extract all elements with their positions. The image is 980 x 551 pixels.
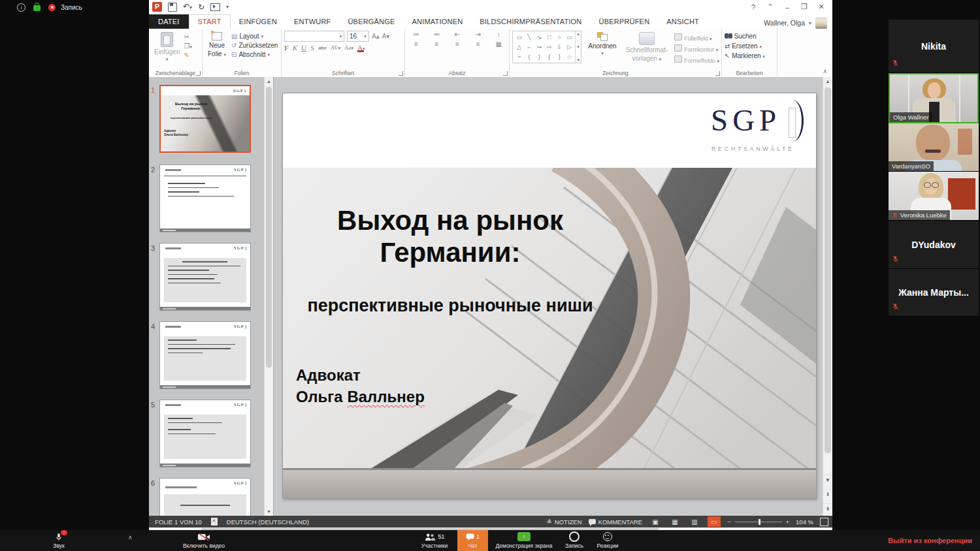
align-center-icon[interactable]: ≡: [429, 40, 446, 48]
shape-outline-button[interactable]: Formkontur ▾: [674, 44, 719, 53]
change-case-button[interactable]: Aa▾: [344, 44, 353, 51]
paste-button[interactable]: Einfügen ▾: [152, 31, 182, 63]
shape-effects-button[interactable]: Formeffekte ▾: [674, 55, 719, 64]
zoom-knob[interactable]: [759, 519, 760, 525]
redo-icon[interactable]: ↻: [198, 3, 204, 12]
bold-button[interactable]: F: [284, 44, 289, 52]
section-button[interactable]: ⊟Abschnitt▾: [231, 51, 278, 58]
select-button[interactable]: ↖ Markieren ▾: [725, 52, 775, 59]
normal-view-button[interactable]: ▣: [649, 516, 662, 527]
tab-ueberpruefen[interactable]: ÜBERPRÜFEN: [591, 15, 659, 29]
cut-icon[interactable]: ✂: [184, 33, 191, 40]
tab-einfuegen[interactable]: EINFÜGEN: [231, 15, 286, 29]
record-button[interactable]: Запись: [559, 530, 589, 551]
account-menu[interactable]: Wallner, Olga ▾: [764, 17, 832, 29]
tab-datei[interactable]: DATEI: [149, 14, 189, 29]
slideshow-view-button[interactable]: ▭: [708, 516, 721, 527]
font-dialog-launcher[interactable]: [399, 71, 403, 76]
character-spacing-button[interactable]: AV▾: [331, 44, 340, 51]
font-name-combobox[interactable]: ▾: [284, 31, 344, 42]
font-color-button[interactable]: A▾: [357, 44, 365, 52]
shrink-font-icon[interactable]: A▾: [382, 33, 390, 40]
layout-button[interactable]: ▤Layout▾: [231, 33, 278, 40]
reading-view-button[interactable]: ▥: [688, 516, 701, 527]
arrange-button[interactable]: Anordnen ▾: [585, 31, 619, 57]
powerpoint-app-icon[interactable]: P: [152, 2, 162, 12]
thumbnail-slide-6[interactable]: 6 SGP: [149, 478, 264, 516]
start-video-button[interactable]: Включить видео: [155, 530, 253, 551]
thumbnail-scrollbar[interactable]: ▲ ▼: [264, 77, 273, 516]
decrease-indent-icon[interactable]: ⇤: [449, 31, 466, 38]
shapes-gallery[interactable]: ▭╲↘□○▭ △⌐↪⇨⇩▷ ~(){}☆ ▲▼▼: [512, 31, 581, 63]
share-screen-button[interactable]: ↑ Демонстрация экрана: [489, 530, 559, 551]
close-button[interactable]: ✕: [813, 1, 830, 13]
thumbnail-slide-1[interactable]: 1 SGP Выход на рынокГермании: перспектив…: [149, 85, 264, 155]
zoom-track[interactable]: [735, 522, 782, 522]
align-left-icon[interactable]: ≡: [408, 40, 425, 48]
line-spacing-icon[interactable]: ↕: [490, 31, 507, 38]
italic-button[interactable]: K: [293, 44, 297, 52]
scrollbar-thumb[interactable]: [266, 87, 272, 368]
chat-button[interactable]: 1 Чат: [457, 530, 488, 551]
font-size-combobox[interactable]: 16▾: [347, 31, 369, 42]
scroll-up-icon[interactable]: ▲: [265, 77, 273, 86]
zoom-percentage[interactable]: 104 %: [796, 518, 813, 526]
paragraph-dialog-launcher[interactable]: [503, 71, 508, 76]
collapse-ribbon-icon[interactable]: ∧: [823, 68, 827, 74]
underline-button[interactable]: U: [301, 44, 306, 52]
drawing-dialog-launcher[interactable]: [715, 71, 720, 76]
tab-ansicht[interactable]: ANSICHT: [658, 15, 708, 29]
next-slide-button[interactable]: ⇟: [823, 503, 832, 514]
participants-button[interactable]: 51 Участники: [413, 530, 456, 551]
participant-tile-veronika-luebke[interactable]: Veronika Luebke: [889, 172, 979, 221]
thumbnail-slide-3[interactable]: 3 SGP: [149, 243, 264, 311]
zoom-in-icon[interactable]: +: [786, 518, 790, 526]
scroll-up-icon[interactable]: ▲: [823, 77, 832, 86]
find-button[interactable]: Suchen: [725, 33, 775, 40]
slide-canvas[interactable]: SGP RECHTSANWÄLTE: [282, 93, 817, 499]
scroll-down-icon[interactable]: ▼: [265, 507, 273, 516]
new-slide-button[interactable]: ★ Neue Folie ▾: [205, 31, 229, 59]
align-right-icon[interactable]: ≡: [449, 40, 466, 48]
previous-slide-button[interactable]: ⇞: [823, 489, 832, 500]
tab-entwurf[interactable]: ENTWURF: [286, 15, 339, 29]
slide-sorter-view-button[interactable]: ▦: [668, 516, 681, 527]
bullets-icon[interactable]: ≔: [408, 31, 425, 38]
zoom-out-icon[interactable]: −: [727, 518, 731, 526]
participant-tile-olga-wallner[interactable]: Olga Wallner: [889, 73, 979, 123]
save-icon[interactable]: [168, 3, 177, 12]
participant-tile-dyudakov[interactable]: DYudakov: [889, 221, 979, 269]
zoom-slider[interactable]: − +: [727, 518, 789, 526]
grow-font-icon[interactable]: A▴: [372, 33, 380, 40]
columns-icon[interactable]: ▦: [490, 40, 507, 48]
audio-button[interactable]: ! Звук: [41, 530, 77, 551]
shape-fill-button[interactable]: Fülleffekt ▾: [674, 33, 719, 42]
language-indicator[interactable]: DEUTSCH (DEUTSCHLAND): [227, 518, 309, 526]
leave-meeting-button[interactable]: Выйти из конференции: [888, 530, 972, 551]
fit-to-window-icon[interactable]: [820, 518, 828, 526]
undo-icon[interactable]: ↶▾: [183, 2, 192, 12]
scrollbar-thumb[interactable]: [825, 87, 831, 453]
thumbnail-slide-2[interactable]: 2 SGP: [149, 165, 264, 232]
tab-uebergaenge[interactable]: ÜBERGÄNGE: [339, 15, 403, 29]
thumbnail-slide-4[interactable]: 4 SGP: [149, 321, 264, 389]
meeting-info-icon[interactable]: i: [17, 3, 25, 12]
tab-animationen[interactable]: ANIMATIONEN: [404, 15, 472, 29]
scroll-down-icon[interactable]: ▼: [823, 475, 832, 486]
tab-start[interactable]: START: [189, 14, 231, 29]
start-slideshow-icon[interactable]: [210, 3, 220, 11]
clipboard-dialog-launcher[interactable]: [196, 71, 201, 76]
format-painter-icon[interactable]: ✎: [184, 52, 191, 59]
comments-button[interactable]: KOMMENTARE: [589, 518, 642, 526]
slide-area-scrollbar[interactable]: ▲ ▼ ⇞ ⇟: [823, 77, 832, 516]
participant-tile-nikita[interactable]: Nikita: [889, 20, 979, 73]
strikethrough-button[interactable]: abc: [318, 44, 327, 51]
copy-icon[interactable]: ❐▾: [184, 42, 191, 50]
minimize-button[interactable]: –: [779, 1, 796, 13]
notes-button[interactable]: ≜NOTIZEN: [546, 518, 581, 526]
participant-tile-vardanyanso[interactable]: VardanyanSO: [889, 123, 979, 172]
shapes-gallery-scroll[interactable]: ▲▼▼: [575, 31, 581, 63]
reset-button[interactable]: ↺Zurücksetzen: [231, 42, 278, 49]
ribbon-display-options-button[interactable]: ⌃: [762, 1, 779, 13]
text-shadow-button[interactable]: S: [310, 44, 314, 52]
